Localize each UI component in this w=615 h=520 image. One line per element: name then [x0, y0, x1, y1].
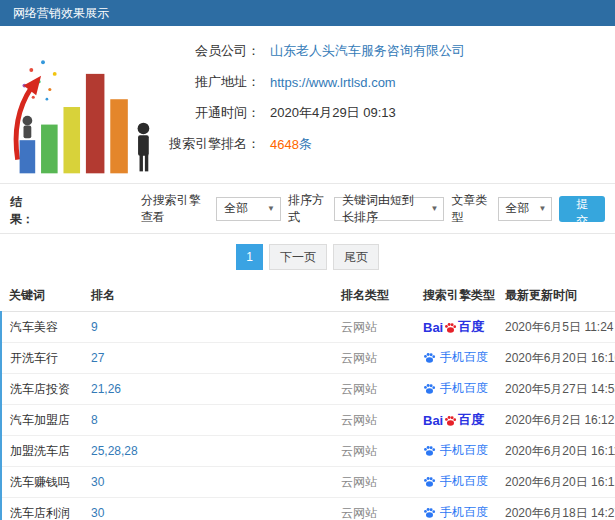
page: 网络营销效果展示 — [0, 0, 615, 520]
keyword-cell: 开洗车行 — [1, 343, 87, 374]
paw-icon — [423, 506, 436, 519]
baidu-logo-text: Bai — [423, 413, 443, 428]
keyword-cell: 汽车美容 — [1, 312, 87, 343]
table-header-row: 关键词排名排名类型搜索引擎类型最新更新时间 — [1, 280, 615, 312]
table-row: 洗车店利润30云网站手机百度2020年6月18日 14:27 — [1, 498, 615, 520]
pagination: 1 下一页 尾页 — [0, 234, 615, 280]
rank-link[interactable]: 30 — [91, 475, 104, 489]
paw-icon — [423, 382, 436, 395]
rank-link[interactable]: 21,26 — [91, 382, 121, 396]
rank-cell: 30 — [87, 467, 337, 498]
page-title: 网络营销效果展示 — [13, 5, 109, 22]
last-page-button[interactable]: 尾页 — [333, 244, 379, 270]
figure-right — [138, 123, 150, 172]
keyword-cell: 洗车店投资 — [1, 374, 87, 405]
keyword-cell: 加盟洗车店 — [1, 436, 87, 467]
mobile-baidu-label: 手机百度 — [440, 473, 488, 490]
baidu-logo: Bai百度 — [423, 411, 484, 429]
next-page-button[interactable]: 下一页 — [269, 244, 327, 270]
table-row: 汽车加盟店8云网站Bai百度2020年6月2日 16:12 — [1, 405, 615, 436]
info-label: 开通时间： — [160, 104, 260, 122]
engine-filter-label: 分搜索引擎查看 — [141, 192, 210, 226]
info-value-engine-rank-count: 4648 — [270, 137, 299, 152]
engine-cell: 手机百度 — [419, 436, 501, 467]
app-header: 网络营销效果展示 — [0, 0, 615, 26]
column-header: 搜索引擎类型 — [419, 280, 501, 312]
keyword-cell: 汽车加盟店 — [1, 405, 87, 436]
updated-cell: 2020年6月18日 14:27 — [501, 498, 615, 520]
rank-link[interactable]: 27 — [91, 351, 104, 365]
rank-cell: 27 — [87, 343, 337, 374]
paw-icon — [444, 414, 457, 427]
rank-cell: 25,28,28 — [87, 436, 337, 467]
mobile-baidu-logo: 手机百度 — [423, 349, 488, 366]
info-row-member-company: 会员公司：山东老人头汽车服务咨询有限公司 — [160, 42, 615, 60]
info-value-promo-url[interactable]: https://www.lrtlsd.com — [270, 75, 396, 90]
column-header: 最新更新时间 — [501, 280, 615, 312]
mobile-baidu-label: 手机百度 — [440, 349, 488, 366]
chevron-down-icon: ▼ — [539, 204, 547, 213]
rank-link[interactable]: 30 — [91, 506, 104, 520]
article-type-select[interactable]: 全部 ▼ — [498, 197, 553, 221]
engine-cell: 手机百度 — [419, 374, 501, 405]
rank-type-cell: 云网站 — [337, 467, 419, 498]
info-section: 会员公司：山东老人头汽车服务咨询有限公司推广地址：https://www.lrt… — [0, 26, 615, 184]
keyword-cell: 洗车店利润 — [1, 498, 87, 520]
rank-type-cell: 云网站 — [337, 343, 419, 374]
engine-cell: 手机百度 — [419, 343, 501, 374]
engine-select-value: 全部 — [224, 200, 248, 217]
updated-cell: 2020年6月20日 16:12 — [501, 467, 615, 498]
rank-link[interactable]: 25,28,28 — [91, 444, 138, 458]
table-row: 开洗车行27云网站手机百度2020年6月20日 16:16 — [1, 343, 615, 374]
baidu-logo-text-cn: 百度 — [458, 318, 484, 336]
updated-cell: 2020年6月5日 11:24 — [501, 312, 615, 343]
result-label: 结果： — [10, 194, 41, 228]
table-row: 汽车美容9云网站Bai百度2020年6月5日 11:24 — [1, 312, 615, 343]
column-header: 排名类型 — [337, 280, 419, 312]
bar-chart-image — [4, 34, 160, 182]
results-table: 关键词排名排名类型搜索引擎类型最新更新时间 汽车美容9云网站Bai百度2020年… — [0, 280, 615, 520]
paw-icon — [423, 444, 436, 457]
page-1-button[interactable]: 1 — [236, 244, 263, 270]
info-row-open-time: 开通时间：2020年4月29日 09:13 — [160, 104, 615, 122]
filter-controls: 分搜索引擎查看 全部 ▼ 排序方式 关键词由短到长排序 ▼ 文章类型 全部 ▼ … — [141, 192, 605, 226]
paw-icon — [423, 351, 436, 364]
rank-cell: 21,26 — [87, 374, 337, 405]
rank-link[interactable]: 8 — [91, 413, 98, 427]
filter-bar: 结果： 分搜索引擎查看 全部 ▼ 排序方式 关键词由短到长排序 ▼ 文章类型 全… — [0, 184, 615, 234]
chevron-down-icon: ▼ — [267, 204, 275, 213]
rank-link[interactable]: 9 — [91, 320, 98, 334]
sort-select[interactable]: 关键词由短到长排序 ▼ — [334, 197, 444, 221]
info-row-promo-url: 推广地址：https://www.lrtlsd.com — [160, 73, 615, 91]
bar-chart-illustration — [0, 34, 160, 183]
engine-select[interactable]: 全部 ▼ — [216, 197, 281, 221]
mobile-baidu-label: 手机百度 — [440, 380, 488, 397]
engine-cell: Bai百度 — [419, 312, 501, 343]
rank-type-cell: 云网站 — [337, 405, 419, 436]
mobile-baidu-logo: 手机百度 — [423, 442, 488, 459]
info-value-member-company[interactable]: 山东老人头汽车服务咨询有限公司 — [270, 42, 465, 60]
mobile-baidu-logo: 手机百度 — [423, 380, 488, 397]
rank-type-cell: 云网站 — [337, 374, 419, 405]
mobile-baidu-label: 手机百度 — [440, 442, 488, 459]
updated-cell: 2020年5月27日 14:58 — [501, 374, 615, 405]
sort-select-value: 关键词由短到长排序 — [342, 192, 424, 226]
engine-cell: 手机百度 — [419, 498, 501, 520]
type-select-value: 全部 — [506, 200, 530, 217]
engine-cell: 手机百度 — [419, 467, 501, 498]
column-header: 关键词 — [1, 280, 87, 312]
baidu-logo-text: Bai — [423, 320, 443, 335]
info-fields: 会员公司：山东老人头汽车服务咨询有限公司推广地址：https://www.lrt… — [160, 34, 615, 183]
rank-cell: 9 — [87, 312, 337, 343]
rank-type-cell: 云网站 — [337, 436, 419, 467]
column-header: 排名 — [87, 280, 337, 312]
table-row: 洗车店投资21,26云网站手机百度2020年5月27日 14:58 — [1, 374, 615, 405]
submit-button[interactable]: 提交 — [559, 196, 605, 222]
updated-cell: 2020年6月20日 16:16 — [501, 343, 615, 374]
figure-left — [23, 116, 33, 138]
info-value-open-time: 2020年4月29日 09:13 — [270, 104, 396, 122]
rank-type-cell: 云网站 — [337, 312, 419, 343]
info-label: 会员公司： — [160, 42, 260, 60]
keyword-cell: 洗车赚钱吗 — [1, 467, 87, 498]
info-label: 推广地址： — [160, 73, 260, 91]
